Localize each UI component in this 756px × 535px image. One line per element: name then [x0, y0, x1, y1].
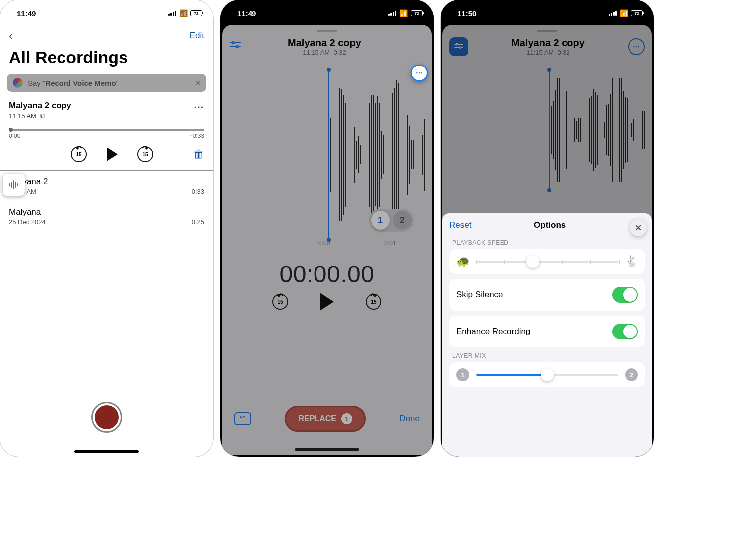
elapsed-time: 0:00 [9, 133, 20, 139]
layer-2-badge: 2 [625, 368, 638, 381]
sheet-handle[interactable] [537, 30, 557, 32]
cellular-icon [609, 11, 617, 16]
battery-icon: 72 [190, 10, 202, 16]
svg-point-12 [460, 47, 461, 48]
time-tick: 0:01 [384, 240, 396, 247]
recording-name: Malyana [9, 207, 46, 217]
recording-item[interactable]: Malyana 25 Dec 2024 0:25 [0, 201, 213, 232]
recording-item[interactable]: Malyana 2 11:14 AM 0:33 [0, 171, 213, 201]
siri-icon [13, 78, 23, 88]
layer-1-button[interactable]: 1 [371, 211, 390, 230]
playback-speed-slider[interactable]: 🐢 🐇 [456, 255, 638, 268]
section-layer-mix: LAYER MIX [452, 352, 642, 359]
edit-button[interactable]: Edit [190, 31, 204, 41]
svg-point-6 [232, 42, 234, 44]
mix-thumb[interactable] [541, 368, 554, 381]
options-button-active[interactable] [449, 37, 468, 56]
recording-item-expanded: Malyana 2 copy 11:15 AM ⧉ ⋯ 0:00 −0:33 1… [0, 97, 213, 171]
more-button[interactable]: ⋯ [411, 65, 428, 81]
layer-mix-slider[interactable]: 1 2 [456, 368, 638, 381]
hare-icon: 🐇 [625, 255, 638, 268]
enhance-recording-row: Enhance Recording [449, 316, 645, 347]
tortoise-icon: 🐢 [456, 255, 470, 268]
skip-silence-label: Skip Silence [456, 290, 503, 300]
scrubber[interactable] [9, 129, 204, 131]
play-button[interactable] [107, 147, 118, 161]
close-options-button[interactable]: ✕ [630, 219, 647, 236]
remaining-time: −0:33 [189, 133, 204, 139]
more-button[interactable]: ⋯ [194, 101, 204, 113]
status-time: 11:49 [237, 9, 256, 18]
layer-1-badge: 1 [456, 368, 469, 381]
recording-duration: 0:33 [192, 188, 204, 195]
layer-selector[interactable]: 1 2 [369, 209, 414, 232]
wifi-icon: 📶 [179, 9, 188, 17]
recording-title: Malyana 2 copy [288, 37, 361, 49]
options-button[interactable] [229, 41, 241, 53]
svg-point-8 [236, 46, 238, 48]
status-bar: 11:49 📶 72 [220, 0, 434, 22]
skip-forward-15-button[interactable]: 15 [366, 294, 381, 310]
speed-thumb[interactable] [526, 255, 539, 268]
options-sheet: Reset Options PLAYBACK SPEED 🐢 🐇 [442, 213, 652, 457]
replace-button[interactable]: REPLACE 1 [285, 406, 365, 432]
waveform-view [449, 73, 645, 187]
siri-suggestion[interactable]: Say "Record Voice Memo" ✕ [7, 74, 206, 92]
skip-silence-row: Skip Silence [449, 279, 645, 311]
back-button[interactable]: ‹ [9, 29, 13, 43]
cellular-icon [388, 11, 397, 16]
cellular-icon [168, 11, 177, 16]
skip-forward-15-button[interactable]: 15 [137, 146, 153, 162]
enhance-recording-label: Enhance Recording [456, 327, 530, 336]
close-icon[interactable]: ✕ [195, 78, 201, 88]
done-button[interactable]: Done [399, 414, 420, 424]
delete-button[interactable]: 🗑 [193, 148, 204, 161]
status-time: 11:49 [17, 9, 36, 18]
timecode: 00:00.00 [222, 261, 432, 288]
reset-button[interactable]: Reset [449, 220, 471, 230]
status-bar: 11:50 📶 72 [441, 0, 654, 22]
playhead[interactable] [328, 70, 329, 240]
home-indicator [295, 448, 359, 451]
svg-point-10 [456, 44, 458, 45]
skip-back-15-button[interactable]: 15 [71, 146, 87, 162]
recording-title: Malyana 2 copy [511, 37, 585, 49]
status-time: 11:50 [457, 9, 476, 18]
recording-name: Malyana 2 copy [9, 101, 71, 111]
options-title: Options [534, 220, 566, 230]
battery-icon: 72 [411, 10, 423, 16]
record-button[interactable] [91, 402, 122, 433]
more-button[interactable]: ⋯ [628, 38, 645, 55]
home-indicator [74, 450, 139, 453]
sheet-handle[interactable] [317, 30, 337, 32]
wifi-icon: 📶 [399, 9, 408, 17]
play-button[interactable] [320, 293, 334, 311]
status-indicators: 📶 72 [168, 9, 203, 17]
page-title: All Recordings [0, 46, 213, 72]
layer-2-button[interactable]: 2 [393, 211, 412, 230]
skip-back-15-button[interactable]: 15 [272, 294, 288, 310]
layers-icon: ⧉ [40, 112, 45, 120]
recording-time: 11:15 AM [9, 112, 36, 120]
section-playback-speed: PLAYBACK SPEED [452, 239, 642, 246]
battery-icon: 72 [631, 10, 643, 16]
waveform-view[interactable]: 1 2 [229, 73, 425, 237]
replace-layer-badge: 1 [341, 413, 352, 424]
wifi-icon: 📶 [620, 9, 628, 17]
playhead [549, 70, 550, 190]
enhance-recording-toggle[interactable] [612, 324, 638, 339]
recording-duration: 0:25 [192, 218, 204, 226]
transcript-button[interactable]: “” [234, 412, 251, 425]
recording-meta: 25 Dec 2024 [9, 218, 46, 226]
skip-silence-toggle[interactable] [612, 287, 638, 303]
waveform-edit-button[interactable] [3, 174, 25, 196]
status-bar: 11:49 📶 72 [0, 0, 213, 22]
